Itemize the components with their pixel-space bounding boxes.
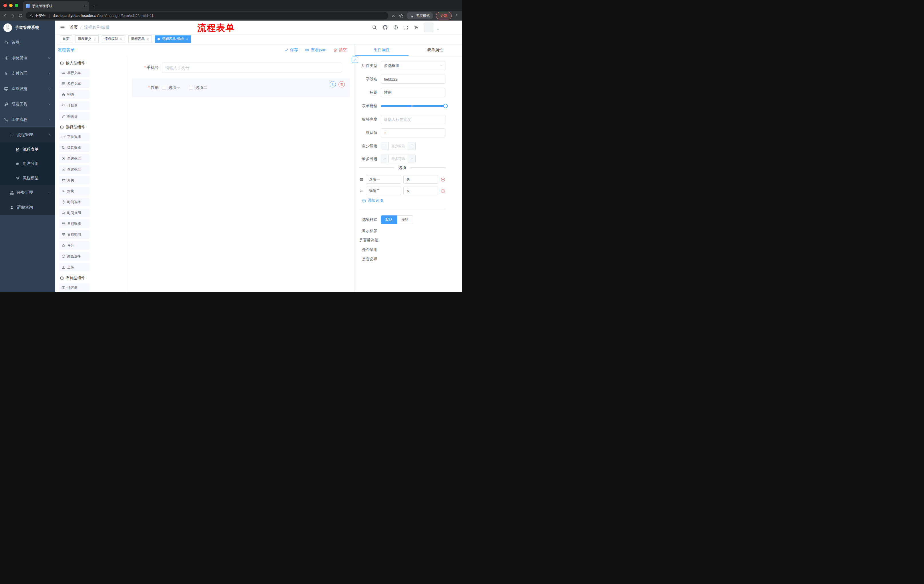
new-tab-button[interactable] <box>89 1 101 11</box>
sidebar-item-dev-tools[interactable]: 研发工具 <box>0 97 55 112</box>
remove-option-button[interactable] <box>441 189 446 193</box>
window-close-button[interactable] <box>3 4 7 7</box>
github-icon[interactable] <box>382 25 388 30</box>
tag-close-icon[interactable] <box>146 38 149 41</box>
slider-track[interactable] <box>381 105 446 107</box>
style-button-button[interactable]: 按钮 <box>397 216 413 224</box>
font-size-icon[interactable] <box>413 25 419 30</box>
window-minimize-button[interactable] <box>9 4 13 7</box>
tag-close-icon[interactable] <box>93 38 96 41</box>
comp-row-container[interactable]: 行容器 <box>59 283 89 292</box>
title-input[interactable] <box>381 88 446 97</box>
delete-field-button[interactable] <box>338 81 345 87</box>
sidebar-item-user-group[interactable]: 用户分组 <box>0 156 55 171</box>
tag-home[interactable]: 首页 <box>60 35 72 43</box>
comp-rate[interactable]: 评分 <box>59 241 89 250</box>
checkbox-option-1[interactable]: 选项一 <box>162 85 180 90</box>
sidebar-item-payment[interactable]: 支付管理 <box>0 66 55 81</box>
tab-form-props[interactable]: 表单属性 <box>409 44 462 56</box>
sidebar-item-leave-query[interactable]: 请假查询 <box>0 200 55 215</box>
field-gender[interactable]: *性别 选项一 选项二 <box>132 78 350 97</box>
field-name-input[interactable] <box>381 74 446 84</box>
forward-button[interactable] <box>11 13 15 18</box>
max-select-input[interactable] <box>389 155 408 163</box>
drag-handle-icon[interactable] <box>359 177 364 182</box>
slider-handle[interactable] <box>443 104 448 108</box>
option-2-label-input[interactable] <box>366 187 401 195</box>
tab-component-props[interactable]: 组件属性 <box>355 44 409 56</box>
sidebar-item-process-form[interactable]: 流程表单 <box>0 142 55 156</box>
clear-button[interactable]: 清空 <box>333 48 347 53</box>
sidebar-item-home[interactable]: 首页 <box>0 35 55 50</box>
comp-password[interactable]: 密码 <box>59 90 89 99</box>
user-avatar[interactable] <box>424 23 433 32</box>
sidebar-toggle-button[interactable] <box>60 25 65 30</box>
incognito-badge[interactable]: 无痕模式 <box>406 12 433 20</box>
default-value-input[interactable] <box>381 128 446 137</box>
tag-process-definition[interactable]: 流程定义 <box>75 35 99 43</box>
increase-button[interactable] <box>408 155 416 163</box>
option-1-label-input[interactable] <box>366 175 401 184</box>
comp-upload[interactable]: 上传 <box>59 263 89 271</box>
breadcrumb-home[interactable]: 首页 <box>70 25 78 30</box>
comp-switch[interactable]: 开关 <box>59 176 89 184</box>
label-width-input[interactable] <box>381 115 446 124</box>
style-default-button[interactable]: 默认 <box>381 216 397 224</box>
comp-date-range[interactable]: 日期范围 <box>59 230 89 239</box>
comp-editor[interactable]: 编辑器 <box>59 112 89 120</box>
decrease-button[interactable] <box>381 155 389 163</box>
phone-input[interactable] <box>162 63 342 73</box>
address-bar[interactable]: 不安全 dashboard.yudao.iocoder.cn/bpm/manag… <box>26 12 388 20</box>
add-option-button[interactable]: 添加选项 <box>362 198 446 203</box>
help-icon[interactable] <box>393 25 398 30</box>
comp-cascader[interactable]: 级联选择 <box>59 143 89 152</box>
copy-field-button[interactable] <box>330 81 336 87</box>
comp-time-picker[interactable]: 时间选择 <box>59 198 89 206</box>
option-2-value-input[interactable] <box>403 187 439 195</box>
comp-checkbox-group[interactable]: 多选框组 <box>59 165 89 174</box>
sidebar-item-infrastructure[interactable]: 基础设施 <box>0 81 55 97</box>
comp-time-range[interactable]: 时间范围 <box>59 209 89 217</box>
tag-process-model[interactable]: 流程模型 <box>102 35 125 43</box>
comp-slider[interactable]: 滑块 <box>59 187 89 196</box>
sidebar-item-workflow[interactable]: 工作流程 <box>0 112 55 127</box>
tag-process-form-edit[interactable]: 流程表单-编辑 <box>155 35 191 43</box>
browser-menu-button[interactable] <box>455 13 459 18</box>
comp-counter[interactable]: 计数器 <box>59 101 89 110</box>
comp-text-field[interactable]: 单行文本 <box>59 69 89 77</box>
comp-color-picker[interactable]: 颜色选择 <box>59 252 89 261</box>
search-icon[interactable] <box>372 25 377 30</box>
field-phone[interactable]: *手机号 <box>132 59 350 76</box>
comp-radio-group[interactable]: 单选框组 <box>59 154 89 163</box>
fullscreen-icon[interactable] <box>403 25 408 30</box>
caret-down-icon[interactable] <box>436 28 440 31</box>
update-button[interactable]: 更新 <box>436 12 452 20</box>
save-button[interactable]: 保存 <box>284 48 298 53</box>
window-zoom-button[interactable] <box>15 4 18 7</box>
password-key-icon[interactable] <box>391 13 396 18</box>
sidebar-item-task-mgmt[interactable]: 任务管理 <box>0 185 55 200</box>
grid-slider[interactable] <box>381 102 446 110</box>
browser-tab[interactable]: 芋道管理系统 <box>23 1 89 11</box>
increase-button[interactable] <box>408 142 416 150</box>
drag-handle-icon[interactable] <box>359 189 364 193</box>
remove-option-button[interactable] <box>441 177 446 182</box>
min-select-input[interactable] <box>389 142 408 150</box>
option-1-value-input[interactable] <box>403 175 439 184</box>
panel-link-tag[interactable] <box>351 57 358 63</box>
tag-close-icon[interactable] <box>120 38 123 41</box>
back-button[interactable] <box>3 13 8 18</box>
tab-close-icon[interactable] <box>83 4 86 8</box>
decrease-button[interactable] <box>381 142 389 150</box>
tag-close-icon[interactable] <box>186 38 188 41</box>
component-type-value[interactable] <box>381 61 446 70</box>
view-json-button[interactable]: 查看json <box>305 48 326 53</box>
component-type-select[interactable] <box>381 61 446 70</box>
comp-date-picker[interactable]: 日期选择 <box>59 219 89 228</box>
sidebar-item-process-model[interactable]: 流程模型 <box>0 171 55 185</box>
reload-button[interactable] <box>18 13 23 18</box>
checkbox-option-2[interactable]: 选项二 <box>189 85 207 90</box>
bookmark-star-icon[interactable] <box>399 13 404 18</box>
comp-select[interactable]: 下拉选择 <box>59 133 89 141</box>
comp-textarea[interactable]: 多行文本 <box>59 79 89 88</box>
